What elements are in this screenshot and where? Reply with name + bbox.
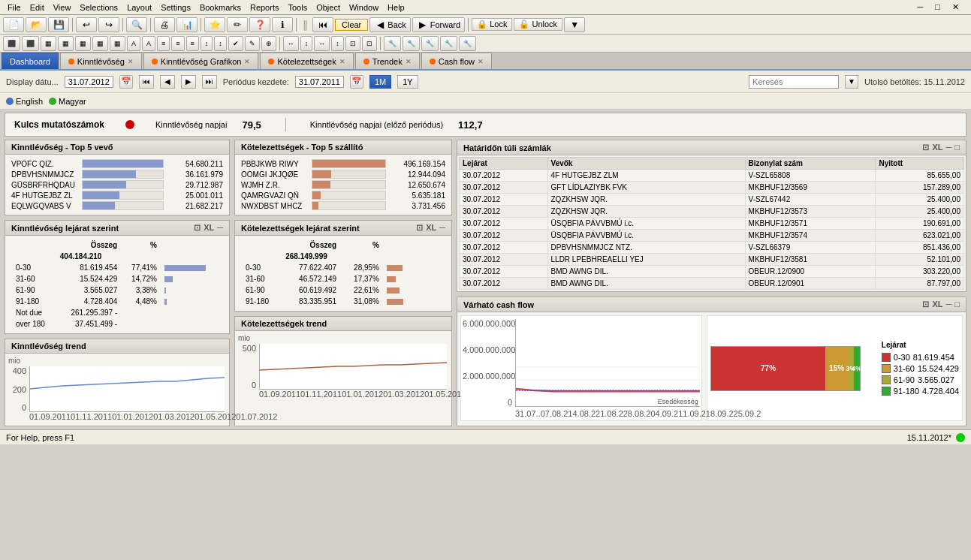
cashflow-xl[interactable]: XL xyxy=(932,300,942,309)
period-value[interactable]: 31.07.2011 xyxy=(295,76,344,88)
new-button[interactable]: 📄 xyxy=(3,17,24,32)
aging-kotel-icon1[interactable]: ⊡ xyxy=(416,223,423,233)
aging-vevo-xl[interactable]: XL xyxy=(204,223,214,233)
t2-btn19[interactable]: ↕ xyxy=(300,36,313,51)
cashflow-icon2[interactable]: ─ xyxy=(946,300,952,309)
menu-settings[interactable]: Settings xyxy=(156,2,195,14)
cashflow-icon3[interactable]: □ xyxy=(954,300,960,309)
lock-button[interactable]: 🔒 Lock xyxy=(472,18,512,31)
menu-tools[interactable]: Tools xyxy=(283,2,312,14)
menu-layout[interactable]: Layout xyxy=(122,2,156,14)
period-1m[interactable]: 1M xyxy=(369,75,391,89)
aging-vevo-icon2[interactable]: ─ xyxy=(217,223,223,233)
t2-btn10[interactable]: ≡ xyxy=(157,36,170,51)
chart-button[interactable]: 📊 xyxy=(176,17,198,32)
overdue-icon3[interactable]: □ xyxy=(954,143,960,152)
back-button[interactable]: ◀ Back xyxy=(369,17,410,32)
english-radio[interactable] xyxy=(6,98,14,105)
menu-help[interactable]: Help xyxy=(383,2,409,14)
menu-bookmarks[interactable]: Bookmarks xyxy=(195,2,246,14)
t2-btn27[interactable]: 🔧 xyxy=(440,36,457,51)
cal-icon[interactable]: 📅 xyxy=(119,75,133,89)
t2-btn24[interactable]: 🔧 xyxy=(384,36,401,51)
menu-edit[interactable]: Edit xyxy=(26,2,49,14)
t2-btn26[interactable]: 🔧 xyxy=(421,36,439,51)
t2-btn4[interactable]: ▦ xyxy=(58,36,74,51)
display-date-value[interactable]: 31.07.2012 xyxy=(65,76,113,88)
cashflow-icon1[interactable]: ⊡ xyxy=(922,300,929,309)
unlock-button[interactable]: 🔓 Unlock xyxy=(514,18,562,31)
t2-btn6[interactable]: ▦ xyxy=(92,36,108,51)
overdue-xl[interactable]: XL xyxy=(932,143,942,152)
minimize-icon[interactable]: ─ xyxy=(913,1,928,14)
t2-btn20[interactable]: ↔ xyxy=(314,36,330,51)
tab-kinntlevoseg[interactable]: Kinntlévőség ✕ xyxy=(60,53,142,69)
forward-button[interactable]: ▶ Forward xyxy=(412,17,465,32)
t2-btn7[interactable]: ▦ xyxy=(110,36,125,51)
search-input[interactable] xyxy=(749,75,839,89)
t2-btn25[interactable]: 🔧 xyxy=(403,36,420,51)
nav-first[interactable]: ⏮ xyxy=(139,75,154,89)
clear-button[interactable]: Clear xyxy=(335,19,368,31)
nav-last[interactable]: ⏭ xyxy=(202,75,217,89)
lang-english[interactable]: English xyxy=(6,97,43,106)
redo-button[interactable]: ↪ xyxy=(98,17,119,32)
tab-kinntlevoseg-graf[interactable]: Kinntlévőség Grafikon ✕ xyxy=(143,53,259,69)
menu-object[interactable]: Object xyxy=(312,2,345,14)
t2-btn5[interactable]: ▦ xyxy=(75,36,91,51)
tab-close-2[interactable]: ✕ xyxy=(244,58,250,65)
search-button[interactable]: 🔍 xyxy=(126,17,147,32)
magyar-radio-fill[interactable] xyxy=(49,98,56,105)
tab-kotelezettsegek[interactable]: Kötelezettségek ✕ xyxy=(260,53,353,69)
t2-btn18[interactable]: ↔ xyxy=(283,36,299,51)
edit-button[interactable]: ✏ xyxy=(227,17,248,32)
nav-next[interactable]: ▶ xyxy=(181,75,196,89)
aging-kotel-icon2[interactable]: ─ xyxy=(439,223,445,233)
first-button[interactable]: ⏮ xyxy=(312,17,333,32)
tab-close-5[interactable]: ✕ xyxy=(478,58,484,65)
close-icon[interactable]: ✕ xyxy=(948,1,963,14)
tab-dashboard[interactable]: Dashboard xyxy=(2,53,59,69)
nav-prev[interactable]: ◀ xyxy=(160,75,175,89)
overdue-icon2[interactable]: ─ xyxy=(946,143,952,152)
lang-magyar[interactable]: Magyar xyxy=(49,97,86,106)
t2-btn21[interactable]: ↕ xyxy=(331,36,344,51)
save-button[interactable]: 💾 xyxy=(48,17,69,32)
period-1y[interactable]: 1Y xyxy=(397,75,418,89)
aging-kotel-xl[interactable]: XL xyxy=(426,223,436,233)
period-cal-icon[interactable]: 📅 xyxy=(350,75,363,89)
t2-btn14[interactable]: ↕ xyxy=(214,36,227,51)
tab-trendek[interactable]: Trendek ✕ xyxy=(355,53,420,69)
t2-btn12[interactable]: ≡ xyxy=(186,36,199,51)
search-dropdown[interactable]: ▼ xyxy=(845,75,858,89)
t2-btn3[interactable]: ▦ xyxy=(41,36,56,51)
t2-btn9[interactable]: A xyxy=(142,36,155,51)
print-button[interactable]: 🖨 xyxy=(154,17,175,32)
more-button[interactable]: ▼ xyxy=(564,17,585,32)
bookmark-button[interactable]: ⭐ xyxy=(204,17,225,32)
t2-btn17[interactable]: ⊕ xyxy=(261,36,276,51)
menu-reports[interactable]: Reports xyxy=(246,2,284,14)
t2-btn16[interactable]: ✎ xyxy=(245,36,260,51)
t2-btn22[interactable]: ⊡ xyxy=(345,36,360,51)
help-button[interactable]: ❓ xyxy=(249,17,270,32)
restore-icon[interactable]: □ xyxy=(930,1,945,14)
menu-view[interactable]: View xyxy=(49,2,76,14)
t2-btn15[interactable]: ✔ xyxy=(228,36,243,51)
tab-cashflow[interactable]: Cash flow ✕ xyxy=(421,53,492,69)
aging-vevo-icon1[interactable]: ⊡ xyxy=(194,223,201,233)
overdue-icon1[interactable]: ⊡ xyxy=(922,143,929,152)
t2-btn28[interactable]: 🔧 xyxy=(459,36,476,51)
menu-file[interactable]: File xyxy=(3,2,26,14)
t2-btn11[interactable]: ≡ xyxy=(171,36,184,51)
info-button[interactable]: ℹ xyxy=(272,17,293,32)
undo-button[interactable]: ↩ xyxy=(76,17,97,32)
menu-window[interactable]: Window xyxy=(345,2,383,14)
t2-btn2[interactable]: ⬛ xyxy=(22,36,39,51)
t2-btn13[interactable]: ↕ xyxy=(201,36,213,51)
t2-btn23[interactable]: ⊡ xyxy=(362,36,377,51)
tab-close-4[interactable]: ✕ xyxy=(406,58,412,65)
tab-close-1[interactable]: ✕ xyxy=(128,58,134,65)
t2-btn8[interactable]: A xyxy=(127,36,140,51)
tab-close-3[interactable]: ✕ xyxy=(339,58,345,65)
